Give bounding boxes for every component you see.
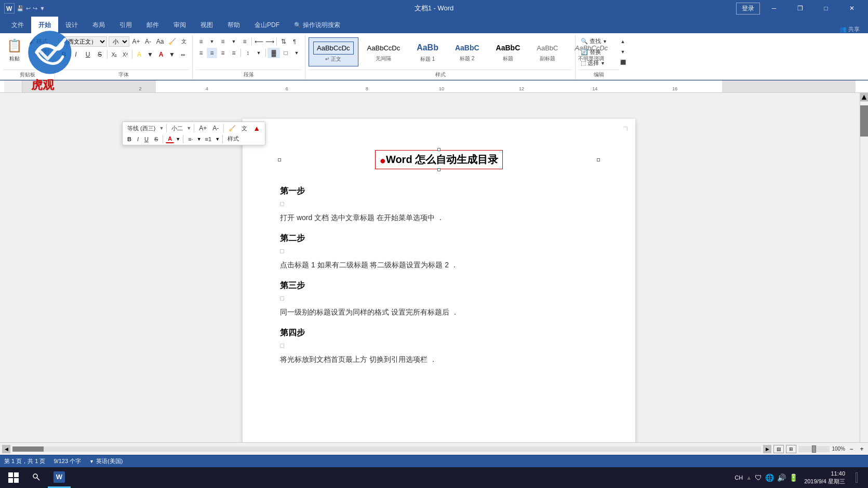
style-no-spacing[interactable]: AaBbCcDc 无间隔 <box>359 37 408 66</box>
font-size-select[interactable]: 小二 <box>109 36 129 47</box>
quick-dropdown[interactable]: ▼ <box>39 5 45 11</box>
style-h2[interactable]: AaBbC 标题 2 <box>447 37 487 66</box>
subscript-btn[interactable]: X₂ <box>109 49 119 60</box>
mini-text-dir[interactable]: 文 <box>239 124 249 133</box>
taskbar-search[interactable] <box>25 467 48 488</box>
step3-header[interactable]: 第三步 <box>280 280 598 291</box>
mini-strikethrough[interactable]: S <box>152 135 160 143</box>
handle-right[interactable] <box>597 158 600 161</box>
numbering-dropdown[interactable]: ▼ <box>229 36 239 47</box>
maximize-button[interactable]: □ <box>814 0 838 17</box>
zoom-slider[interactable] <box>798 446 830 452</box>
mini-font-color[interactable]: A <box>166 135 174 143</box>
align-left-btn[interactable]: ≡ <box>196 48 206 58</box>
font-case-btn[interactable]: Aa <box>155 36 165 47</box>
view-normal-btn[interactable]: ▤ <box>773 445 784 453</box>
network-icon[interactable]: 🌐 <box>765 473 774 482</box>
tab-home[interactable]: 开始 <box>31 17 58 33</box>
battery-icon[interactable]: 🔋 <box>789 473 798 482</box>
hscroll-left[interactable]: ◀ <box>2 445 10 453</box>
find-btn[interactable]: 🔍 查找 ▼ <box>579 36 609 46</box>
borders-dropdown[interactable]: ▼ <box>291 48 302 58</box>
scrollbar-vertical[interactable]: ▲ ▼ <box>860 93 868 455</box>
mini-font-dropdown[interactable]: ▼ <box>159 126 164 131</box>
mini-italic[interactable]: I <box>135 135 141 143</box>
tab-references[interactable]: 引用 <box>112 17 139 33</box>
tray-expand[interactable]: ▲ <box>746 475 752 481</box>
multilevel-btn[interactable]: ≡ <box>239 36 250 47</box>
step1-header[interactable]: 第一步 <box>280 186 598 197</box>
tab-design[interactable]: 设计 <box>58 17 85 33</box>
quick-undo[interactable]: ↩ <box>26 5 31 12</box>
align-center-btn[interactable]: ≡ <box>207 48 217 58</box>
zoom-in-btn[interactable]: + <box>858 445 866 453</box>
borders-btn[interactable]: □ <box>281 48 291 58</box>
find-dropdown[interactable]: ▼ <box>603 39 607 44</box>
outdent-btn[interactable]: ⟵ <box>253 36 264 47</box>
volume-icon[interactable]: 🔊 <box>777 473 786 482</box>
tab-mail[interactable]: 邮件 <box>139 17 166 33</box>
font-name-select[interactable]: （西文正文） <box>58 36 107 47</box>
zoom-out-btn[interactable]: − <box>847 445 856 453</box>
mini-color-dropdown[interactable]: ▼ <box>176 137 180 142</box>
handle-top[interactable] <box>437 148 440 151</box>
document-container[interactable]: 等线 (西三) ▼ 小二 ▼ A+ A- 🧹 文 ▲ B I U S A <box>18 93 860 455</box>
sort-btn[interactable]: ⇅ <box>278 36 289 47</box>
mini-font-name[interactable]: 等线 (西三) <box>125 124 157 133</box>
font-color-btn[interactable]: A <box>156 49 166 60</box>
step2-header[interactable]: 第二步 <box>280 233 598 244</box>
login-button[interactable]: 登录 <box>736 3 760 15</box>
style-h1[interactable]: AaBb 标题 1 <box>409 37 446 66</box>
handle-left[interactable] <box>278 158 281 161</box>
phonetic-btn[interactable]: 文 <box>179 36 189 47</box>
mini-clear-format[interactable]: 🧹 <box>226 125 238 132</box>
tab-review[interactable]: 审阅 <box>166 17 193 33</box>
system-clock[interactable]: 11:40 2019/9/4 星期三 <box>800 470 849 486</box>
tab-file[interactable]: 文件 <box>4 17 31 33</box>
doc-title[interactable]: Word 怎么自动生成目录 <box>386 154 498 165</box>
italic-btn[interactable]: I <box>70 49 82 60</box>
quick-save[interactable]: 💾 <box>17 5 24 12</box>
share-button[interactable]: 👥 共享 <box>839 25 860 33</box>
hscroll-right[interactable]: ▶ <box>763 445 771 453</box>
copy-button[interactable]: 📄 复制 <box>27 47 51 57</box>
line-spacing-dropdown[interactable]: ▼ <box>253 48 264 58</box>
font-color-dropdown[interactable]: ▼ <box>145 49 155 60</box>
char-spacing-btn[interactable]: ⇔ <box>178 49 188 60</box>
minimize-button[interactable]: ─ <box>762 0 786 17</box>
mini-bullets-dropdown[interactable]: ▼ <box>197 137 202 142</box>
indent-btn[interactable]: ⟶ <box>264 36 275 47</box>
select-dropdown[interactable]: ▼ <box>600 61 605 66</box>
mini-numbering-dropdown[interactable]: ▼ <box>215 137 220 142</box>
tab-search[interactable]: 🔍 操作说明搜索 <box>287 17 348 33</box>
strikethrough-btn[interactable]: S <box>94 49 105 60</box>
underline-btn[interactable]: U <box>82 49 94 60</box>
tab-kingsoft-pdf[interactable]: 金山PDF <box>247 17 287 33</box>
clear-format-btn[interactable]: 🧹 <box>167 36 177 47</box>
input-method-indicator[interactable]: CH <box>735 475 743 481</box>
mini-bold[interactable]: B <box>125 135 133 143</box>
step3-content[interactable]: 同一级别的标题设置为同样的格式 设置完所有标题后 ． <box>280 308 598 317</box>
bullet-dropdown[interactable]: ▼ <box>207 36 217 47</box>
restore-button[interactable]: ❐ <box>788 0 812 17</box>
taskbar-word[interactable]: W <box>48 467 71 488</box>
style-title[interactable]: AaBbC 标题 <box>488 37 528 66</box>
hscroll-thumb[interactable] <box>12 446 44 452</box>
style-normal[interactable]: AaBbCcDc ↵ 正文 <box>309 37 358 66</box>
quick-redo[interactable]: ↪ <box>33 5 37 12</box>
start-button[interactable] <box>2 467 25 488</box>
align-right-btn[interactable]: ≡ <box>218 48 228 58</box>
bold-btn[interactable]: B <box>58 49 70 60</box>
superscript-btn[interactable]: X² <box>120 49 130 60</box>
mini-size-dropdown[interactable]: ▼ <box>186 126 191 131</box>
line-spacing-btn[interactable]: ↕ <box>243 48 253 58</box>
mini-font-size[interactable]: 小二 <box>169 124 185 133</box>
format-button[interactable]: 🖌 格式 <box>27 36 51 46</box>
tab-help[interactable]: 帮助 <box>220 17 247 33</box>
mini-bullets[interactable]: ≡· <box>186 135 195 143</box>
justify-btn[interactable]: ≡ <box>229 48 239 58</box>
step4-content[interactable]: 将光标放到文档首页最上方 切换到引用选项栏 ． <box>280 355 598 364</box>
mini-styles[interactable]: 样式 <box>225 134 241 143</box>
scroll-up-btn[interactable]: ▲ <box>860 93 868 101</box>
show-desktop-btn[interactable] <box>851 467 862 488</box>
